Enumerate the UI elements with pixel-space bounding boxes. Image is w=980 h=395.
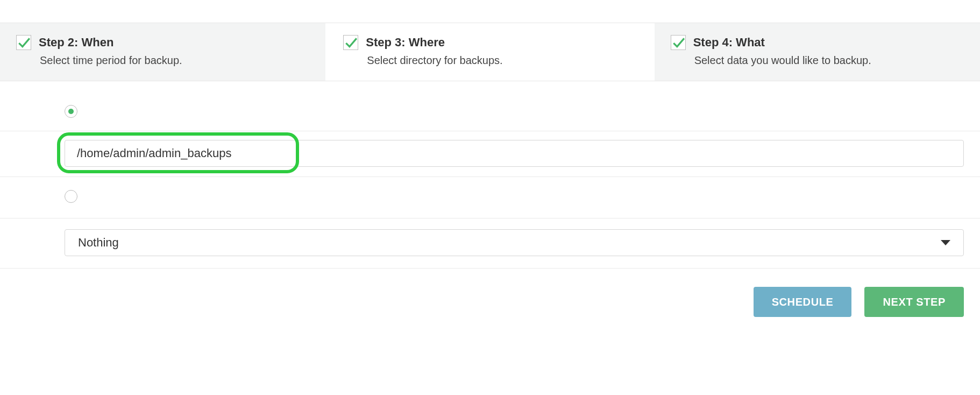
- checkmark-icon: [671, 35, 686, 50]
- next-step-button[interactable]: NEXT STEP: [864, 287, 964, 317]
- schedule-button[interactable]: SCHEDULE: [754, 287, 852, 317]
- radio-remote-option[interactable]: [65, 190, 77, 203]
- step-title: Step 4: What: [693, 36, 765, 50]
- footer-actions: SCHEDULE NEXT STEP: [0, 269, 980, 317]
- wizard-steps: Step 2: When Select time period for back…: [0, 23, 980, 81]
- step-tab-where[interactable]: Step 3: Where Select directory for backu…: [327, 23, 652, 81]
- step-desc: Select data you would like to backup.: [694, 54, 964, 67]
- backup-target-select[interactable]: Nothing: [65, 229, 964, 256]
- step-title: Step 2: When: [39, 36, 113, 50]
- step-tab-when[interactable]: Step 2: When Select time period for back…: [0, 23, 325, 81]
- checkmark-icon: [343, 35, 358, 50]
- step-desc: Select directory for backups.: [367, 54, 636, 67]
- chevron-down-icon: [941, 240, 950, 245]
- checkmark-icon: [16, 35, 31, 50]
- select-value: Nothing: [78, 236, 119, 250]
- backup-path-input[interactable]: [65, 140, 964, 167]
- step-title: Step 3: Where: [366, 36, 445, 50]
- step-desc: Select time period for backup.: [40, 54, 309, 67]
- radio-local-path[interactable]: [65, 105, 77, 118]
- step-tab-what[interactable]: Step 4: What Select data you would like …: [655, 23, 980, 81]
